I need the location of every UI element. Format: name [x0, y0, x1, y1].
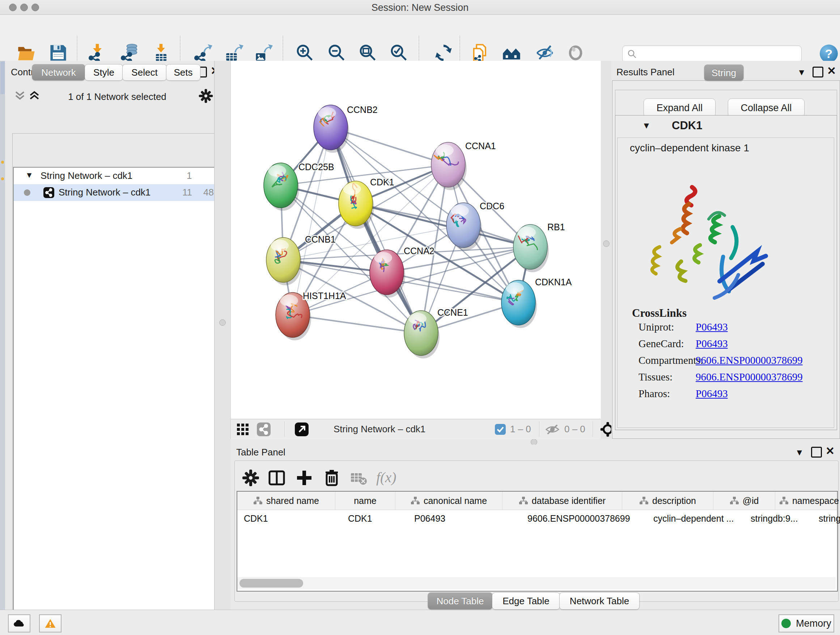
cell-shared-name[interactable]: CDK1: [237, 510, 341, 527]
show-columns-icon[interactable]: [268, 469, 286, 487]
search-input[interactable]: [639, 46, 801, 62]
grid-view-icon[interactable]: [237, 423, 249, 435]
export-table-icon[interactable]: [224, 43, 244, 63]
background-window-sliver: [0, 62, 5, 94]
splitter-handle[interactable]: [219, 319, 226, 326]
section-collapse-icon[interactable]: ▼: [642, 120, 651, 131]
tab-string[interactable]: String: [704, 65, 744, 81]
float-panel-icon[interactable]: ▼: [797, 67, 806, 78]
table-row[interactable]: CDK1CDK1P064939606.ENSP00000378699cyclin…: [237, 510, 837, 527]
node-CDC6[interactable]: [447, 203, 482, 250]
zoom-selected-icon[interactable]: [389, 43, 409, 63]
cloud-button[interactable]: [8, 614, 30, 632]
network-collection-row[interactable]: ▼ String Network – cdk1 1: [14, 168, 215, 184]
node-CDK1[interactable]: [339, 181, 374, 229]
node-CDKN1A[interactable]: [501, 280, 537, 328]
add-column-icon[interactable]: [295, 469, 313, 487]
crosslink-value[interactable]: P06493: [696, 338, 728, 350]
network-row-selected[interactable]: String Network – cdk1 11 48: [14, 184, 215, 201]
column-header-database-identifier[interactable]: database identifier: [502, 492, 622, 510]
tab-select[interactable]: Select: [122, 64, 167, 81]
delete-table-icon-disabled: [349, 469, 368, 487]
crosslink-value[interactable]: 9606.ENSP00000378699: [696, 371, 803, 383]
tree-expand-icon[interactable]: ▼: [25, 171, 33, 180]
export-image-icon[interactable]: [254, 43, 273, 63]
help-button[interactable]: ?: [819, 44, 838, 63]
zoom-in-icon[interactable]: [295, 43, 315, 63]
zoom-fit-icon[interactable]: [358, 43, 378, 63]
crosslink-value[interactable]: P06493: [696, 321, 728, 333]
column-header--id[interactable]: @id: [714, 492, 775, 510]
warning-button[interactable]: [39, 614, 62, 632]
column-header-shared-name[interactable]: shared name: [237, 492, 335, 510]
expand-all-button[interactable]: Expand All: [644, 98, 715, 117]
cell-canonical-name[interactable]: P06493: [408, 510, 521, 527]
node-CCNA1[interactable]: [431, 142, 467, 190]
float-panel-icon[interactable]: ▼: [795, 448, 804, 458]
node-CCNB2[interactable]: [314, 105, 349, 153]
column-header-description[interactable]: description: [622, 492, 714, 510]
tab-style[interactable]: Style: [85, 64, 123, 81]
table-panel-title: Table Panel: [236, 447, 286, 458]
column-header-name[interactable]: name: [335, 492, 395, 510]
tab-network[interactable]: Network: [32, 64, 85, 81]
save-session-icon[interactable]: [49, 43, 68, 63]
hidden-eye-icon[interactable]: [545, 424, 560, 435]
open-in-window-icon[interactable]: [294, 422, 309, 437]
node-CCNE1[interactable]: [404, 310, 439, 358]
import-table-file-icon[interactable]: [151, 43, 171, 63]
cell-database-identifier[interactable]: 9606.ENSP00000378699: [521, 510, 647, 527]
hide-graphics-icon[interactable]: [535, 43, 554, 63]
import-network-file-icon[interactable]: [88, 43, 107, 63]
maximize-panel-icon[interactable]: [813, 67, 823, 78]
splitter-handle[interactable]: [603, 241, 609, 247]
node-CCNA2[interactable]: [370, 250, 405, 298]
crosslink-value[interactable]: P06493: [696, 388, 728, 400]
clone-network-icon[interactable]: [470, 43, 490, 63]
tab-node-table[interactable]: Node Table: [428, 592, 493, 610]
selected-count: 1 – 0: [510, 424, 531, 435]
table-hscrollbar[interactable]: [237, 577, 836, 589]
collapse-all-button[interactable]: Collapse All: [728, 98, 805, 117]
show-hide-graphics-details-icon[interactable]: [502, 43, 521, 63]
crosslink-label: Tissues:: [638, 371, 673, 383]
string-network-icon[interactable]: [257, 423, 271, 436]
expand-top-icon[interactable]: [29, 90, 40, 102]
network-view[interactable]: CCNB2CCNA1CDC25BCDK1CDC6RB1CCNB1CCNA2CDK…: [231, 61, 601, 419]
table-gear-icon[interactable]: [242, 469, 260, 487]
crosslink-value[interactable]: 9606.ENSP00000378699: [696, 355, 803, 366]
column-header-namespace[interactable]: namespace: [775, 492, 840, 510]
gear-icon[interactable]: [198, 88, 213, 103]
delete-column-icon[interactable]: [323, 469, 341, 487]
divider: [284, 421, 285, 437]
cell-namespace[interactable]: stringdb: [812, 510, 840, 527]
node-CCNB1[interactable]: [266, 238, 302, 285]
column-header-canonical-name[interactable]: canonical name: [395, 492, 502, 510]
splitter-network-table[interactable]: [231, 439, 840, 445]
close-panel-icon[interactable]: ✕: [827, 67, 836, 75]
title-bar: Session: New Session: [0, 0, 840, 15]
network-status-dot: [24, 189, 30, 196]
maximize-panel-icon[interactable]: [811, 447, 822, 458]
import-network-database-icon[interactable]: [120, 43, 139, 63]
node-RB1[interactable]: [513, 225, 549, 272]
collapse-all-icon[interactable]: [14, 90, 25, 102]
selected-checkbox[interactable]: [495, 424, 506, 435]
cell-name[interactable]: CDK1: [341, 510, 408, 527]
tab-edge-table[interactable]: Edge Table: [492, 592, 560, 610]
cell--id[interactable]: stringdb:9...: [744, 510, 812, 527]
refresh-view-icon[interactable]: [434, 43, 453, 63]
open-session-icon[interactable]: [17, 43, 36, 63]
splitter-network-results[interactable]: [600, 61, 612, 439]
scrollbar-thumb[interactable]: [240, 579, 303, 587]
cell-description[interactable]: cyclin–dependent ...: [647, 510, 744, 527]
tab-network-table[interactable]: Network Table: [559, 592, 639, 610]
tab-sets[interactable]: Sets: [166, 64, 201, 81]
search-box[interactable]: [622, 45, 802, 63]
export-network-icon[interactable]: [193, 43, 213, 63]
close-panel-icon[interactable]: ✕: [826, 447, 835, 455]
zoom-out-icon[interactable]: [327, 43, 347, 63]
hidden-count: 0 – 0: [564, 424, 585, 435]
splitter-control-network[interactable]: [214, 61, 231, 610]
memory-button[interactable]: Memory: [778, 614, 834, 632]
